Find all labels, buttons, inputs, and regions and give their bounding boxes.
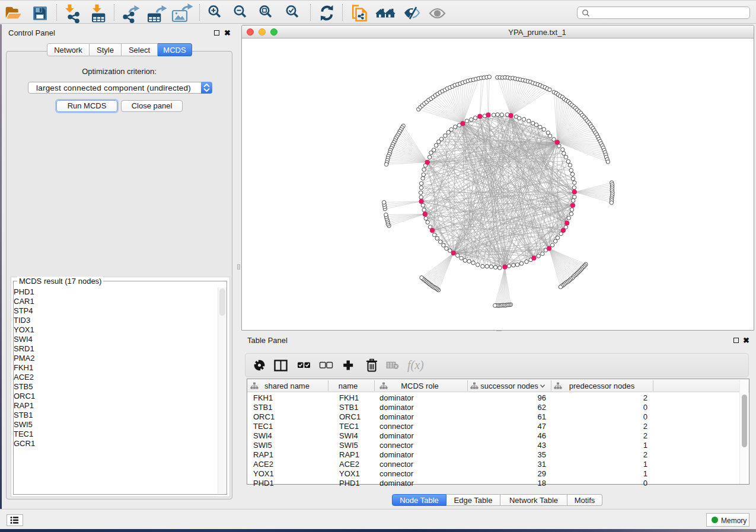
svg-text:f(x): f(x) bbox=[407, 358, 424, 372]
